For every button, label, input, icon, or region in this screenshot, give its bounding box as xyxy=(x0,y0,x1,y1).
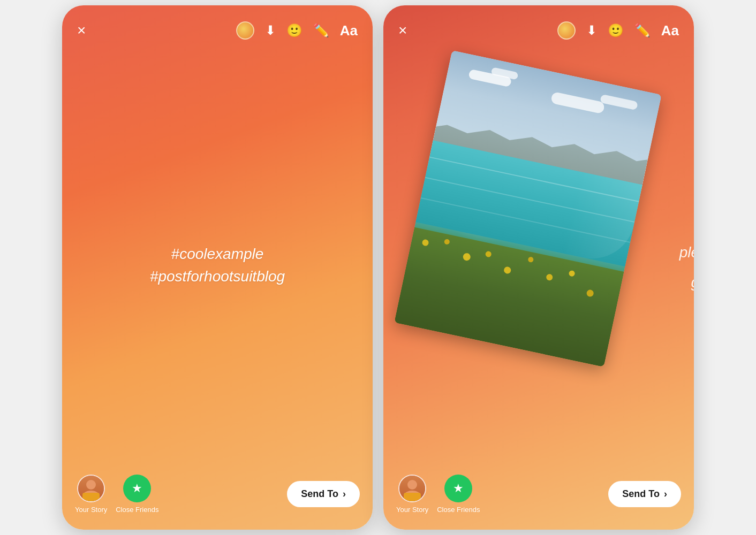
right-font-button[interactable]: Aa xyxy=(661,22,679,39)
photo-overlay[interactable] xyxy=(394,50,661,367)
flower9 xyxy=(586,289,594,297)
right-send-to-button[interactable]: Send To › xyxy=(608,481,681,507)
your-story-option[interactable]: Your Story xyxy=(75,475,107,514)
right-download-icon[interactable]: ⬇ xyxy=(586,23,597,38)
pool-edge xyxy=(562,171,642,266)
avatar-shirt xyxy=(82,493,100,501)
send-chevron-icon: › xyxy=(343,488,346,500)
right-avatar xyxy=(399,476,425,501)
left-toolbar: × ⬇ 🙂 ✏️ Aa xyxy=(62,5,373,45)
flower6 xyxy=(527,256,534,263)
right-star-icon: ★ xyxy=(453,482,464,495)
left-story-background: × ⬇ 🙂 ✏️ Aa #coolexample #postforhootsui… xyxy=(62,5,373,530)
cloud4 xyxy=(600,94,638,110)
close-button[interactable]: × xyxy=(77,22,86,39)
right-send-to-label: Send To xyxy=(622,488,660,500)
avatar xyxy=(78,476,104,501)
color-picker[interactable] xyxy=(236,21,254,40)
send-to-label: Send To xyxy=(301,488,338,500)
hashtag-line1: #coolexample xyxy=(150,243,285,265)
download-icon[interactable]: ⬇ xyxy=(265,23,276,38)
flower7 xyxy=(546,273,553,281)
flower8 xyxy=(569,270,576,277)
font-button[interactable]: Aa xyxy=(340,22,358,39)
right-story-background: × ⬇ 🙂 ✏️ Aa ple g xyxy=(383,5,694,530)
right-draw-icon[interactable]: ✏️ xyxy=(634,23,651,38)
right-avatar-circle xyxy=(398,475,426,502)
your-story-label: Your Story xyxy=(75,506,107,514)
draw-icon[interactable]: ✏️ xyxy=(313,23,329,38)
hashtag-behind-photo: ple g xyxy=(679,238,694,297)
close-friends-option[interactable]: ★ Close Friends xyxy=(116,475,158,514)
hashtag-line2: #postforhootsuitblog xyxy=(150,265,285,288)
pool-photo xyxy=(394,50,661,367)
right-bottom-bar: Your Story ★ Close Friends Send To › xyxy=(383,464,694,530)
avatar-circle xyxy=(77,475,105,502)
flower5 xyxy=(503,266,511,274)
right-your-story-option[interactable]: Your Story xyxy=(396,475,428,514)
right-color-picker[interactable] xyxy=(557,21,576,40)
right-close-friends-circle: ★ xyxy=(444,475,472,502)
right-avatar-shirt xyxy=(404,493,421,501)
cloud3 xyxy=(550,91,605,114)
right-phone-frame: × ⬇ 🙂 ✏️ Aa ple g xyxy=(383,5,694,530)
right-close-friends-option[interactable]: ★ Close Friends xyxy=(437,475,480,514)
star-icon: ★ xyxy=(132,482,142,495)
flower2 xyxy=(444,239,450,245)
flower3 xyxy=(462,253,471,262)
close-friends-label: Close Friends xyxy=(116,506,158,514)
send-to-button[interactable]: Send To › xyxy=(287,481,360,507)
flower4 xyxy=(485,250,492,257)
right-your-story-label: Your Story xyxy=(396,506,428,514)
right-hashtag-line1: ple xyxy=(679,238,694,268)
flower1 xyxy=(421,239,429,247)
right-toolbar: × ⬇ 🙂 ✏️ Aa xyxy=(383,5,694,45)
close-friends-circle: ★ xyxy=(123,475,151,502)
sticker-icon[interactable]: 🙂 xyxy=(286,23,303,38)
right-sticker-icon[interactable]: 🙂 xyxy=(608,23,624,38)
right-close-friends-label: Close Friends xyxy=(437,506,480,514)
left-phone-frame: × ⬇ 🙂 ✏️ Aa #coolexample #postforhootsui… xyxy=(62,5,373,530)
right-close-button[interactable]: × xyxy=(398,22,407,39)
hashtag-content: #coolexample #postforhootsuitblog xyxy=(150,243,285,288)
right-send-chevron-icon: › xyxy=(664,488,667,500)
right-hashtag-line2: g xyxy=(679,268,694,297)
left-bottom-bar: Your Story ★ Close Friends Send To › xyxy=(62,464,373,530)
